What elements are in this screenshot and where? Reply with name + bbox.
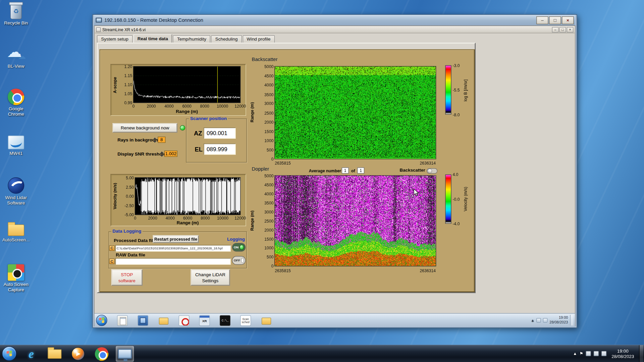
remote-clock-date: 28/08/2023 [549,320,568,324]
remote-hidden-icons-button[interactable]: ▲ [531,318,534,322]
maximize-button[interactable]: □ [549,16,561,24]
restart-processed-file-button[interactable]: Restart processed file [153,235,199,243]
average-count-value[interactable]: 1 [357,168,364,174]
taskbar-internet-explorer-button[interactable]: e [22,346,40,362]
remote-taskbar-notepad-icon[interactable] [117,315,128,326]
change-button-line2: Settings [192,278,229,284]
remote-taskbar-documents-folder-icon[interactable] [261,315,272,326]
desktop-icon-google-chrome[interactable]: Google Chrome [2,88,31,117]
tab-wind-profile[interactable]: Wind profile [243,35,275,43]
backscatter-doppler-toggle[interactable] [427,168,437,174]
doppler-chart-title: Doppler [252,166,269,172]
y-tick-label: 3000 [258,210,274,214]
hidden-icons-button[interactable]: ▲ [573,351,577,356]
ascope-x-axis-label: Range (m) [133,109,240,114]
desktop: Recycle BinBL-ViewGoogle ChromeMW41Wind … [0,0,644,362]
el-value[interactable]: 089.999 [204,144,236,155]
vi-minimize-button[interactable]: – [552,27,559,32]
raw-drive-box[interactable]: C [109,258,115,264]
y-tick-label: 2.50 [118,185,134,189]
snr-spinner[interactable] [160,151,164,157]
tab-temp-humidity[interactable]: Temp/humidity [173,35,210,43]
taskbar-media-player-button[interactable] [69,346,87,362]
increment-icon[interactable] [160,152,164,154]
rays-value[interactable]: 8 [158,137,165,143]
velocity-plot-container: Velocity (m/s) Range (m) 5.002.500.00-2.… [110,174,246,226]
action-center-flag-icon[interactable]: ⚑ [580,351,583,356]
vi-restore-button[interactable]: □ [559,27,566,32]
system-clock[interactable]: 19:00 28/08/2023 [609,348,637,359]
increment-icon[interactable] [153,137,157,139]
processed-logging-switch[interactable]: ON [232,243,246,252]
remote-taskbar-vi-xr-icon[interactable]: XR [199,315,210,326]
taskbar-chrome-button[interactable] [93,346,111,362]
remote-taskbar-icons: XRC:\_Scan sched [96,315,272,326]
taskbar-remote-desktop-button[interactable] [116,346,134,362]
renew-background-button[interactable]: Renew background now [113,123,177,132]
vi-titlebar[interactable]: StreamLine XR v14-6.vi – □ × [95,26,575,33]
snr-value[interactable]: 1.002 [164,150,177,157]
desktop-icon-mw41[interactable]: MW41 [2,134,31,156]
remote-taskbar-system-monitor-icon[interactable] [138,315,148,326]
az-label: AZ [194,130,202,137]
remote-network-icon[interactable] [543,318,547,322]
rays-spinner[interactable] [153,137,157,143]
backscatter-x-end: 2636314 [403,161,436,165]
remote-clock[interactable]: 19:00 28/08/2023 [549,316,568,325]
remote-show-desktop-button[interactable] [570,315,574,325]
internet-explorer-icon: e [29,347,34,360]
wind-lidar-icon [8,177,24,194]
x-tick-label: 10000 [215,216,231,220]
y-tick-label: 1500 [258,129,274,133]
desktop-icon-recycle-bin[interactable]: Recycle Bin [2,2,31,26]
raw-path-input[interactable] [115,258,231,265]
scanner-position-title: Scanner position [189,116,228,121]
az-value[interactable]: 090.001 [204,128,236,139]
y-tick-label: 500 [258,147,274,152]
y-tick-label: 2000 [258,120,274,124]
processed-drive-box[interactable]: C [109,245,115,251]
show-desktop-button[interactable] [639,345,643,362]
desktop-icon-auto-screen-capture[interactable]: Auto Screen Capture [2,264,31,293]
doppler-x-end: 2636314 [403,268,436,273]
y-tick-label: 4500 [258,183,274,187]
close-button[interactable]: × [562,16,574,24]
remote-volume-icon[interactable] [536,318,541,322]
desktop-icon-label: Auto Screen Capture [2,282,31,293]
system-tray: ▲ ⚑ 19:00 28/08/2023 [573,345,644,362]
remote-taskbar-command-prompt-icon[interactable]: C:\_ [220,315,230,326]
network-icon[interactable] [593,351,599,356]
host-taskbar: e ▲ ⚑ 19:00 28/08/2023 [0,345,644,362]
volume-icon[interactable] [601,351,607,356]
average-number-value[interactable]: 1 [342,168,349,174]
average-number-label: Average number [309,169,341,173]
chrome-icon [95,347,108,360]
remote-taskbar-folder-icon[interactable] [158,315,169,326]
change-lidar-settings-button[interactable]: Change LiDAR Settings [191,269,230,286]
y-tick-label: -2.50 [118,203,134,208]
decrement-icon[interactable] [153,141,157,143]
desktop-icon-autoscreen[interactable]: AutoScreen... [2,221,31,243]
start-button[interactable] [2,346,16,361]
vi-close-button[interactable]: × [567,27,574,32]
y-tick-label: 5000 [258,174,274,178]
minimize-button[interactable]: – [536,16,548,24]
taskbar-file-explorer-button[interactable] [46,346,64,362]
remote-start-button[interactable] [96,315,107,326]
remote-session-tray-icon[interactable] [586,351,591,356]
stop-software-button[interactable]: STOP software [111,269,143,286]
backscatter-x-start: 2635815 [275,161,291,165]
desktop-icon-bl-view[interactable]: BL-View [2,46,31,69]
y-tick-label: 3000 [258,101,274,106]
decrement-icon[interactable] [160,155,164,157]
remote-taskbar-power-off-icon[interactable] [179,315,190,326]
tab-scheduling[interactable]: Scheduling [211,35,242,43]
raw-logging-switch[interactable]: OFF [232,256,246,265]
processed-path-input[interactable] [115,245,231,252]
remote-taskbar-scan-sched-icon[interactable]: Scan sched [240,315,251,326]
tab-system-setup[interactable]: System setup [97,35,132,43]
tab-real-time-data[interactable]: Real time data [133,34,172,43]
rdp-titlebar[interactable]: 192.168.0.150 - Remote Desktop Connectio… [94,15,575,25]
desktop-icon-wind-lidar[interactable]: Wind Lidar Software [2,177,31,205]
y-tick-label: 3500 [258,201,274,205]
